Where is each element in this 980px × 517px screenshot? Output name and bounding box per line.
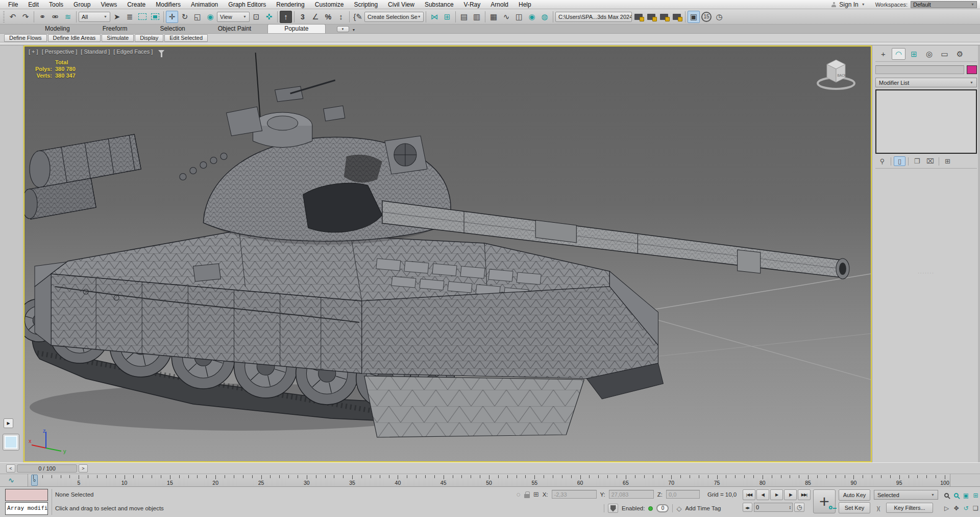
modifier-list-dropdown[interactable]: Modifier List ▼ (875, 78, 977, 87)
frame-indicator[interactable]: 0 / 100 (17, 464, 77, 473)
mini-curve-editor-icon[interactable]: ∿ (0, 474, 28, 486)
default-in-out-tangents-icon[interactable]: )( (873, 504, 884, 513)
view-cube-face-label[interactable]: BACK (838, 74, 847, 77)
expand-trackbar-button[interactable]: ▶ (4, 418, 13, 428)
bind-to-space-warp-icon[interactable]: ≋ (62, 11, 74, 23)
time-slider-handle[interactable]: 0 (31, 475, 38, 486)
hierarchy-tab[interactable]: ⊞ (907, 48, 921, 60)
menu-arnold[interactable]: Arnold (485, 1, 513, 8)
redo-icon[interactable]: ↷ (19, 11, 32, 23)
selection-lock-icon[interactable] (524, 494, 530, 498)
select-and-manipulate-icon[interactable]: ✜ (263, 11, 275, 23)
ribbon-tab-selection[interactable]: Selection (143, 25, 201, 33)
ribbon-subtab-display[interactable]: Display (135, 34, 163, 42)
key-mode-toggle-button[interactable]: ◀▶ (743, 503, 752, 512)
object-color-swatch[interactable] (967, 65, 977, 74)
per-view-filter-icon[interactable] (158, 50, 164, 54)
modifier-stack[interactable] (875, 89, 977, 154)
y-coordinate-field[interactable]: 27,083 (609, 490, 654, 499)
reference-coordinate-dropdown[interactable]: View▼ (217, 12, 250, 22)
window-crossing-icon[interactable] (149, 11, 161, 23)
key-mode-dropdown[interactable]: Selected ▼ (874, 490, 938, 500)
maximize-viewport-icon[interactable]: ❏ (971, 502, 980, 514)
ribbon-tab-object-paint[interactable]: Object Paint (202, 25, 267, 33)
isolate-selection-icon[interactable]: ◌ (517, 490, 521, 498)
menu-substance[interactable]: Substance (420, 1, 459, 8)
perspective-viewport[interactable]: [ + ] [ Perspective ] [ Standard ] [ Edg… (23, 45, 872, 462)
select-and-scale-icon[interactable]: ◱ (191, 11, 204, 23)
ribbon-subtab-define-flows[interactable]: Define Flows (4, 34, 47, 42)
selection-set-dropdown[interactable]: Create Selection Se▼ (364, 12, 424, 22)
viewport-shading-menu[interactable]: [ Edged Faces ] (113, 49, 153, 55)
menu-v-ray[interactable]: V-Ray (459, 1, 486, 8)
select-object-icon[interactable]: ➤ (111, 11, 123, 23)
panel-splitter[interactable] (875, 271, 977, 275)
angle-snap-icon[interactable]: ∠ (309, 11, 322, 23)
ribbon-tab-populate[interactable]: Populate (267, 24, 325, 33)
auto-key-button[interactable]: Auto Key (839, 489, 870, 501)
absolute-mode-icon[interactable]: ⊞ (533, 490, 539, 498)
modify-tab[interactable]: ◠ (892, 48, 905, 60)
security-counter[interactable]: 0 (656, 504, 669, 512)
select-and-rotate-icon[interactable]: ↻ (179, 11, 191, 23)
ribbon-subtab-simulate[interactable]: Simulate (102, 34, 134, 42)
use-pivot-center-icon[interactable]: ⊡ (250, 11, 262, 23)
viewport-layout-tab-button[interactable] (3, 434, 19, 451)
zoom-extents-icon[interactable]: ▣ (961, 489, 971, 502)
previous-frame-arrow-button[interactable]: < (6, 464, 15, 473)
menu-graph-editors[interactable]: Graph Editors (223, 1, 271, 8)
menu-scripting[interactable]: Scripting (349, 1, 383, 8)
select-by-name-icon[interactable]: ≣ (124, 11, 136, 23)
named-selection-sets-icon[interactable]: {✎ (352, 11, 364, 23)
spinner-down-icon[interactable]: ▾ (789, 507, 791, 509)
select-and-place-icon[interactable]: ◉ (204, 11, 216, 23)
viewport-pov-menu[interactable]: [ Perspective ] (42, 49, 78, 55)
ribbon-options-caret-icon[interactable]: ▼ (352, 28, 356, 32)
select-and-move-icon[interactable]: ✛ (166, 11, 178, 23)
render-count-badge[interactable]: 15 (701, 12, 712, 22)
create-tab[interactable]: + (876, 48, 890, 60)
menu-tools[interactable]: Tools (44, 1, 68, 8)
monitor-plus-icon[interactable] (658, 11, 670, 23)
curve-editor-icon[interactable]: ∿ (500, 11, 512, 23)
align-icon[interactable]: ⊞ (441, 11, 453, 23)
menu-customize[interactable]: Customize (310, 1, 349, 8)
ribbon-tab-freeform[interactable]: Freeform (86, 25, 144, 33)
go-to-end-button[interactable]: ▶▶| (798, 489, 811, 500)
view-cube[interactable]: BACK (813, 55, 860, 91)
monitor-gear-icon[interactable] (632, 11, 645, 23)
pan-icon[interactable]: ✥ (951, 502, 961, 514)
next-frame-arrow-button[interactable]: > (79, 464, 88, 473)
menu-group[interactable]: Group (68, 1, 95, 8)
viewport-general-menu[interactable]: [ + ] (29, 49, 38, 55)
motion-tab[interactable]: ◎ (922, 48, 936, 60)
previous-frame-button[interactable]: ◀| (756, 489, 769, 500)
menu-animation[interactable]: Animation (186, 1, 223, 8)
go-to-start-button[interactable]: |◀◀ (743, 489, 755, 500)
z-coordinate-field[interactable]: 0,0 (666, 490, 700, 499)
unlink-selection-icon[interactable]: ⚮ (49, 11, 61, 23)
rect-selection-region-icon[interactable] (136, 11, 149, 23)
layer-explorer-icon[interactable]: ▥ (471, 11, 483, 23)
make-unique-icon[interactable]: ❐ (911, 156, 923, 166)
render-history-icon[interactable]: ▣ (688, 11, 700, 23)
toolbar-drag-handle[interactable] (3, 11, 5, 22)
spinner-snap-icon[interactable]: ↕ (335, 11, 347, 23)
menu-views[interactable]: Views (95, 1, 122, 8)
select-and-link-icon[interactable]: ⚭ (36, 11, 48, 23)
scene-security-button[interactable] (608, 504, 618, 513)
remove-modifier-icon[interactable]: ⌧ (924, 156, 936, 166)
sign-in-caret-icon[interactable]: ▼ (862, 3, 865, 6)
snap-3d-icon[interactable]: 3 (297, 11, 309, 23)
set-key-button[interactable]: Set Key (839, 502, 870, 513)
ribbon-subtab-edit-selected[interactable]: Edit Selected (164, 34, 208, 42)
project-folder-dropdown[interactable]: C:\Users\SPA...3ds Max 2024▼ (555, 12, 632, 22)
current-frame-field[interactable]: 0 ▴ ▾ (754, 503, 793, 512)
pin-stack-icon[interactable]: ⚲ (876, 156, 888, 166)
menu-civil-view[interactable]: Civil View (383, 1, 420, 8)
menu-modifiers[interactable]: Modifiers (151, 1, 186, 8)
render-time-icon[interactable]: ◷ (713, 11, 725, 23)
ribbon-minimize-button[interactable]: ▼ (337, 26, 349, 32)
selection-filter-dropdown[interactable]: All▼ (79, 12, 110, 22)
add-time-tag-button[interactable]: Add Time Tag (685, 505, 721, 511)
